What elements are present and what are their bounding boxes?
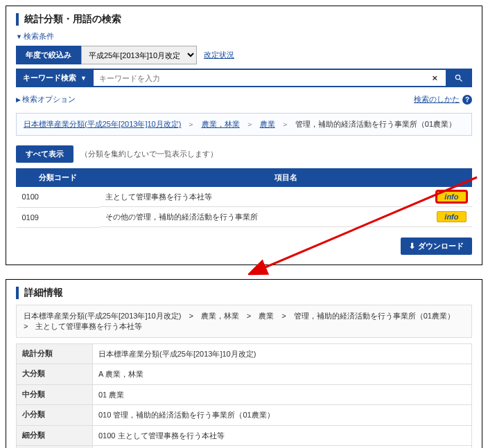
breadcrumb: 日本標準産業分類(平成25年[2013年]10月改定) ＞ 農業，林業 ＞ 農業… [16,113,472,136]
detail-row: 細分類の説明主として農業の事業所を統括する本社等として，自企業の経営を推進するた… [17,446,472,449]
download-button[interactable]: ダウンロード [401,238,472,255]
breadcrumb-level-1[interactable]: 農業，林業 [202,120,240,128]
detail-value: 日本標準産業分類(平成25年[2013年]10月改定) [93,343,472,364]
chevron-right-icon: ＞ [187,120,195,128]
chevron-right-icon: ＞ [281,120,289,128]
detail-row: 統計分類日本標準産業分類(平成25年[2013年]10月改定) [17,343,472,364]
detail-table: 統計分類日本標準産業分類(平成25年[2013年]10月改定)大分類A 農業，林… [16,343,472,449]
detail-row: 大分類A 農業，林業 [17,364,472,385]
year-select[interactable]: 平成25年[2013年]10月改定 [81,46,197,64]
chevron-right-icon: ＞ [246,120,254,128]
show-all-button[interactable]: すべて表示 [16,145,73,163]
show-all-row: すべて表示 （分類を集約しないで一覧表示します） [16,145,472,163]
detail-label: 統計分類 [17,343,93,364]
question-icon: ？ [462,95,472,105]
how-to-search-link[interactable]: 検索のしかた ？ [414,94,472,105]
detail-value: 主として農業の事業所を統括する本社等として，自企業の経営を推進するための組織全体… [93,446,472,449]
table-row: 0100主として管理事務を行う本社等info [17,187,472,208]
table-row: 0109その他の管理，補助的経済活動を行う事業所info [17,207,472,227]
detail-title: 詳細情報 [16,287,472,299]
options-row: 検索オプション 検索のしかた ？ [16,94,472,105]
item-name[interactable]: 主として管理事務を行う本社等 [105,192,212,202]
search-title: 統計分類・用語の検索 [16,13,472,26]
cell-name: 主として管理事務を行う本社等info [100,187,472,207]
keyword-input[interactable] [98,71,428,85]
search-panel: 統計分類・用語の検索 検索条件 年度で絞込み 平成25年[2013年]10月改定… [6,6,482,265]
keyword-search-button[interactable]: キーワード検索 [16,69,94,87]
how-to-search-label: 検索のしかた [414,94,460,105]
clear-icon[interactable]: × [428,73,442,83]
detail-row: 小分類010 管理，補助的経済活動を行う事業所（01農業） [17,405,472,426]
breadcrumb-level-0[interactable]: 日本標準産業分類(平成25年[2013年]10月改定) [24,120,181,128]
item-name[interactable]: その他の管理，補助的経済活動を行う事業所 [105,212,258,222]
detail-breadcrumb: 日本標準産業分類(平成25年[2013年]10月改定) > 農業，林業 > 農業… [16,305,472,338]
breadcrumb-current: 管理，補助的経済活動を行う事業所（01農業） [295,120,456,128]
cell-code: 0109 [17,207,100,227]
detail-value: A 農業，林業 [93,364,472,385]
detail-label: 細分類の説明 [17,446,93,449]
detail-label: 小分類 [17,405,93,426]
results-table: 分類コード 項目名 0100主として管理事務を行う本社等info0109その他の… [16,168,472,228]
detail-value: 0100 主として管理事務を行う本社等 [93,425,472,446]
revision-status-link[interactable]: 改定状況 [204,50,234,60]
download-row: ダウンロード [16,238,472,255]
cell-code: 0100 [17,187,100,208]
search-conditions-toggle[interactable]: 検索条件 [16,31,472,42]
year-filter-button[interactable]: 年度で絞込み [16,46,81,64]
keyword-search-row: キーワード検索 × [16,69,472,87]
detail-value: 010 管理，補助的経済活動を行う事業所（01農業） [93,405,472,426]
detail-row: 中分類01 農業 [17,384,472,405]
detail-value: 01 農業 [93,384,472,405]
keyword-input-wrap: × [94,69,446,87]
col-header-name: 項目名 [100,169,472,187]
detail-label: 大分類 [17,364,93,385]
search-options-toggle[interactable]: 検索オプション [16,94,76,105]
info-button[interactable]: info [437,191,466,202]
detail-panel: 詳細情報 日本標準産業分類(平成25年[2013年]10月改定) > 農業，林業… [6,279,482,449]
col-header-code: 分類コード [17,169,100,187]
cell-name: その他の管理，補助的経済活動を行う事業所info [100,207,472,227]
detail-label: 細分類 [17,425,93,446]
info-button[interactable]: info [437,211,466,222]
year-filter-row: 年度で絞込み 平成25年[2013年]10月改定 改定状況 [16,46,472,64]
detail-row: 細分類0100 主として管理事務を行う本社等 [17,425,472,446]
search-icon [454,73,464,83]
detail-label: 中分類 [17,384,93,405]
search-submit-button[interactable] [446,69,472,87]
show-all-note: （分類を集約しないで一覧表示します） [80,149,218,159]
breadcrumb-level-2[interactable]: 農業 [260,120,275,128]
